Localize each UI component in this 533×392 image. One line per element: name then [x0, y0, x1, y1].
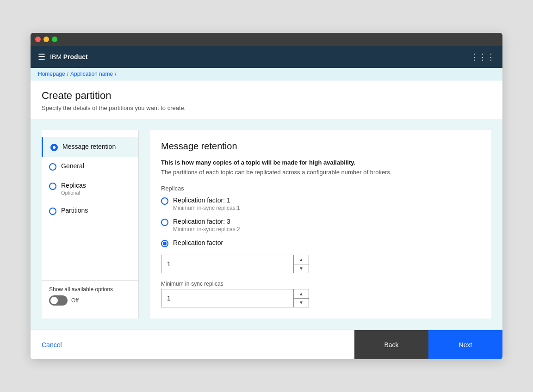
- sidebar-spacer: [42, 220, 138, 280]
- radio-option-factor-custom[interactable]: Replication factor: [161, 239, 480, 247]
- toggle-row: Off: [49, 295, 131, 306]
- radio-circle-factor-custom: [161, 240, 168, 247]
- radio-label-factor-1: Replication factor: 1: [173, 196, 240, 204]
- min-sync-decrement[interactable]: ▼: [294, 299, 309, 307]
- replication-factor-stepper[interactable]: ▲ ▼: [161, 255, 309, 273]
- replication-factor-stepper-buttons: ▲ ▼: [293, 255, 309, 273]
- sidebar-item-label-general: General: [61, 162, 84, 170]
- hamburger-icon[interactable]: ☰: [38, 52, 45, 62]
- footer: Cancel Back Next: [31, 330, 502, 359]
- info-bold: This is how many copies of a topic will …: [161, 159, 480, 166]
- brand-label: IBM Product: [50, 53, 88, 61]
- section-title: Message retention: [161, 141, 480, 152]
- radio-option-factor-3[interactable]: Replication factor: 3 Minimum in-sync re…: [161, 218, 480, 233]
- breadcrumb-homepage[interactable]: Homepage: [38, 71, 65, 77]
- options-toggle[interactable]: [49, 295, 68, 306]
- min-sync-label: Minimum in-sync replicas: [161, 281, 480, 287]
- radio-sub-factor-3: Minimum in-sync replicas:2: [173, 226, 240, 233]
- min-sync-stepper-buttons: ▲ ▼: [293, 289, 309, 307]
- sidebar: Message retention General Replicas Optio…: [42, 130, 139, 318]
- radio-label-factor-3: Replication factor: 3: [173, 218, 240, 225]
- breadcrumb-sep-1: /: [67, 71, 68, 77]
- sidebar-item-general[interactable]: General: [42, 157, 138, 176]
- sidebar-radio-message-retention: [50, 144, 58, 151]
- min-sync-increment[interactable]: ▲: [294, 289, 309, 299]
- sidebar-item-sub-replicas: Optional: [61, 190, 86, 196]
- sidebar-radio-replicas: [49, 183, 56, 190]
- radio-label-factor-custom: Replication factor: [173, 239, 223, 246]
- min-sync-replicas-stepper[interactable]: ▲ ▼: [161, 289, 309, 307]
- sidebar-item-partitions[interactable]: Partitions: [42, 201, 138, 220]
- page-header: Create partition Specify the details of …: [31, 80, 502, 119]
- min-sync-replicas-field: Minimum in-sync replicas ▲ ▼: [161, 281, 480, 307]
- radio-circle-factor-3: [161, 219, 168, 226]
- replication-factor-field: ▲ ▼: [161, 255, 480, 273]
- replicas-label: Replicas: [161, 185, 480, 192]
- radio-circle-factor-1: [161, 197, 168, 205]
- replication-factor-decrement[interactable]: ▼: [294, 264, 309, 273]
- breadcrumb-app-name[interactable]: Application name: [70, 71, 113, 77]
- sidebar-item-replicas[interactable]: Replicas Optional: [42, 176, 138, 201]
- maximize-dot[interactable]: [52, 37, 57, 42]
- right-panel: Message retention This is how many copie…: [150, 130, 491, 318]
- sidebar-item-label-partitions: Partitions: [61, 207, 88, 214]
- radio-option-factor-1[interactable]: Replication factor: 1 Minimum in-sync re…: [161, 196, 480, 211]
- sidebar-radio-general: [49, 163, 56, 171]
- next-button[interactable]: Next: [428, 330, 502, 360]
- sidebar-options: Show all available options Off: [42, 280, 138, 311]
- main-layout: Message retention General Replicas Optio…: [31, 119, 502, 330]
- min-sync-replicas-input[interactable]: [161, 294, 293, 302]
- sidebar-item-label-message-retention: Message retention: [62, 143, 116, 150]
- sidebar-item-message-retention[interactable]: Message retention: [42, 137, 138, 157]
- apps-icon[interactable]: ⋮⋮⋮: [470, 52, 495, 62]
- breadcrumb-sep-2: /: [115, 71, 116, 77]
- back-button[interactable]: Back: [354, 330, 428, 360]
- sidebar-radio-partitions: [49, 208, 56, 215]
- replication-factor-input[interactable]: [161, 260, 293, 268]
- footer-cancel-area: Cancel: [31, 341, 204, 349]
- title-bar: [31, 33, 502, 46]
- top-nav: ☰ IBM Product ⋮⋮⋮: [31, 46, 502, 68]
- page-subtitle: Specify the details of the partitions yo…: [42, 104, 491, 111]
- close-dot[interactable]: [35, 37, 41, 42]
- cancel-button[interactable]: Cancel: [42, 341, 62, 349]
- minimize-dot[interactable]: [43, 37, 49, 42]
- app-window: ☰ IBM Product ⋮⋮⋮ Homepage / Application…: [31, 33, 502, 359]
- sidebar-item-label-replicas: Replicas: [61, 182, 86, 189]
- page-title: Create partition: [42, 90, 491, 102]
- radio-sub-factor-1: Minimum in-sync replicas:1: [173, 205, 240, 211]
- nav-left: ☰ IBM Product: [38, 52, 88, 62]
- show-options-label: Show all available options: [49, 286, 131, 293]
- breadcrumb: Homepage / Application name /: [31, 68, 502, 80]
- replication-factor-increment[interactable]: ▲: [294, 255, 309, 264]
- info-text: The partitions of each topic can be repl…: [161, 169, 480, 176]
- toggle-label: Off: [71, 297, 79, 304]
